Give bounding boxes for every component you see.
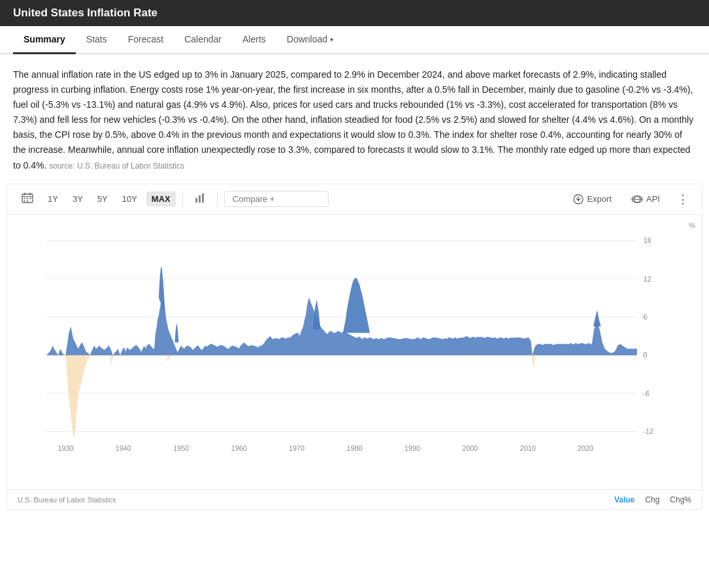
svg-marker-40 — [167, 355, 172, 361]
header-bar: United States Inflation Rate — [0, 0, 709, 26]
svg-rect-8 — [27, 201, 28, 202]
svg-text:2010: 2010 — [520, 444, 536, 451]
chart-container: 1Y 3Y 5Y 10Y MAX Export — [7, 184, 702, 510]
svg-text:18: 18 — [644, 237, 651, 244]
summary-text: The annual inflation rate in the US edge… — [13, 69, 693, 171]
svg-text:1960: 1960 — [231, 444, 247, 451]
svg-text:1990: 1990 — [404, 444, 420, 451]
svg-text:6: 6 — [644, 313, 648, 321]
svg-text:0: 0 — [644, 351, 648, 359]
svg-marker-47 — [593, 310, 601, 326]
tab-summary[interactable]: Summary — [13, 26, 76, 54]
chgpct-button[interactable]: Chg% — [670, 495, 691, 504]
chart-footer: U.S. Bureau of Labor Statistics Value Ch… — [7, 489, 702, 510]
tabs-bar: Summary Stats Forecast Calendar Alerts D… — [0, 26, 709, 54]
svg-rect-4 — [24, 198, 25, 199]
svg-marker-38 — [65, 355, 91, 438]
range-3y-button[interactable]: 3Y — [67, 191, 88, 206]
tab-alerts[interactable]: Alerts — [232, 26, 276, 54]
svg-rect-7 — [24, 201, 25, 202]
svg-marker-39 — [110, 355, 114, 367]
chart-area: % 18 12 6 0 -6 -12 1930 1940 1950 19 — [7, 215, 702, 489]
svg-text:-6: -6 — [644, 389, 650, 397]
chart-toolbar: 1Y 3Y 5Y 10Y MAX Export — [7, 184, 702, 215]
svg-rect-9 — [195, 198, 197, 203]
tab-calendar[interactable]: Calendar — [174, 26, 232, 54]
y-axis-label: % — [689, 221, 695, 229]
svg-text:-12: -12 — [644, 427, 654, 435]
chart-svg: 18 12 6 0 -6 -12 1930 1940 1950 1960 197… — [46, 221, 663, 463]
api-label: API — [646, 194, 660, 204]
value-button[interactable]: Value — [614, 495, 635, 504]
api-button[interactable]: API — [625, 191, 667, 207]
chevron-down-icon: ▾ — [330, 36, 333, 43]
export-label: Export — [587, 194, 612, 204]
summary-section: The annual inflation rate in the US edge… — [0, 54, 709, 184]
toolbar-right: Export API ⋮ — [567, 189, 693, 209]
chart-type-button[interactable] — [190, 190, 210, 208]
separator2 — [217, 193, 218, 206]
svg-text:1950: 1950 — [173, 444, 189, 451]
svg-rect-6 — [30, 198, 31, 199]
chart-source-label: U.S. Bureau of Labor Statistics — [18, 496, 116, 504]
svg-text:1940: 1940 — [116, 444, 131, 451]
tab-forecast[interactable]: Forecast — [118, 26, 174, 54]
compare-input[interactable] — [224, 191, 329, 207]
svg-rect-10 — [199, 195, 201, 203]
svg-text:2000: 2000 — [462, 444, 478, 451]
page-title: United States Inflation Rate — [13, 7, 696, 20]
svg-marker-44 — [174, 323, 178, 342]
separator — [182, 193, 183, 206]
svg-rect-11 — [202, 193, 204, 203]
calendar-icon-button[interactable] — [16, 190, 39, 208]
chart-footer-right: Value Chg Chg% — [614, 495, 691, 504]
svg-text:2020: 2020 — [578, 444, 593, 451]
svg-marker-42 — [46, 297, 637, 355]
tab-download[interactable]: Download ▾ — [276, 26, 344, 54]
svg-text:12: 12 — [644, 274, 651, 282]
chg-button[interactable]: Chg — [645, 495, 659, 504]
tab-stats[interactable]: Stats — [76, 26, 118, 54]
svg-rect-5 — [27, 198, 28, 199]
svg-text:1970: 1970 — [289, 444, 305, 451]
range-5y-button[interactable]: 5Y — [92, 191, 113, 206]
more-options-button[interactable]: ⋮ — [673, 189, 693, 209]
range-max-button[interactable]: MAX — [146, 191, 176, 206]
export-button[interactable]: Export — [567, 191, 618, 207]
range-10y-button[interactable]: 10Y — [117, 191, 142, 206]
range-1y-button[interactable]: 1Y — [42, 191, 63, 206]
svg-text:1930: 1930 — [58, 444, 73, 451]
svg-text:1980: 1980 — [346, 444, 362, 451]
summary-source: source: U.S. Bureau of Labor Statistics — [49, 161, 184, 171]
svg-marker-46 — [343, 277, 370, 333]
svg-marker-41 — [532, 355, 536, 367]
